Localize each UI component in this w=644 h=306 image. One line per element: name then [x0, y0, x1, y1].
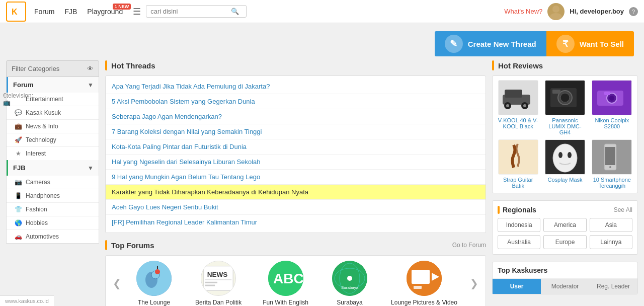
svg-rect-41	[604, 92, 610, 95]
thread-item[interactable]: Seberapa Jago Agan Mendengarkan?	[106, 109, 486, 124]
regional-europe[interactable]: Europe	[543, 235, 586, 249]
forum-label: Lounge Pictures & Video	[391, 299, 457, 306]
carousel-next-button[interactable]: ❯	[468, 277, 480, 289]
review-image-phone	[592, 139, 632, 175]
hot-reviews-title: Hot Reviews	[498, 61, 543, 70]
thread-item[interactable]: Hal yang Ngeselin dari Selesainya Libura…	[106, 155, 486, 170]
whats-new-link[interactable]: What's New?	[504, 8, 542, 15]
thread-item[interactable]: Aceh Gayo Lues Negeri Seribu Bukit	[106, 200, 486, 215]
forum-items: The Lounge NEWS Berita Da	[123, 261, 468, 306]
phone-icon: 📱	[15, 192, 22, 199]
filter-label: Filter Categories	[12, 65, 59, 72]
svg-point-50	[609, 166, 611, 168]
thread-item[interactable]: [FR] Pemilihan Regional Leader Kalimanta…	[106, 215, 486, 230]
forum-item-fun-english[interactable]: ABC Fun With English	[263, 261, 308, 306]
svg-rect-12	[205, 282, 217, 283]
new-badge: 1 NEW	[113, 4, 131, 10]
forum-icon-lounge	[136, 261, 172, 296]
forum-label: Surabaya	[337, 299, 362, 306]
forum-item-surabaya[interactable]: Surabaya Surabaya	[330, 261, 370, 306]
review-label: V-KOOL 40 & V-KOOL Black	[497, 117, 539, 129]
hot-threads-title: Hot Threads	[111, 61, 155, 70]
review-item-lumix[interactable]: Panasonic LUMIX DMC-GH4	[543, 80, 586, 135]
sidebar-item-automotives[interactable]: 🚗 Automotives	[7, 230, 99, 243]
carousel-prev-button[interactable]: ❮	[111, 277, 123, 289]
forum-icon-news: NEWS	[201, 261, 236, 296]
footer-bar: www.kaskus.co.id	[0, 295, 54, 306]
review-label: Panasonic LUMIX DMC-GH4	[543, 117, 586, 135]
tab-moderator[interactable]: Moderator	[541, 279, 589, 294]
sidebar-item-entertainment[interactable]: €television;📺 Entertainment	[7, 93, 99, 106]
tab-reg-leader[interactable]: Reg. Leader	[589, 279, 637, 294]
forum-icon-video	[407, 261, 442, 296]
tab-user[interactable]: User	[493, 279, 541, 294]
filter-icon: 👁	[87, 65, 94, 72]
review-item-nikon[interactable]: Nikon Coolpix S2800	[591, 80, 633, 135]
forum-item-video[interactable]: Lounge Pictures & Video	[391, 261, 457, 306]
thread-item[interactable]: Kota-Kota Paling Pintar dan Futuristik d…	[106, 139, 486, 155]
regional-america[interactable]: America	[543, 218, 586, 232]
avatar[interactable]	[547, 3, 565, 20]
regionals-title: Regionals	[503, 206, 536, 214]
sidebar-category-forum[interactable]: Forum ▼	[7, 77, 99, 93]
sidebar-category-fjb[interactable]: FJB ▼	[7, 160, 99, 176]
svg-point-6	[155, 269, 160, 274]
thread-item[interactable]: 9 Hal yang Mungkin Agan Belum Tau Tentan…	[106, 170, 486, 185]
rocket-icon: 🚀	[15, 136, 22, 143]
nav-fjb[interactable]: FJB	[64, 8, 77, 16]
search-input[interactable]	[150, 8, 231, 15]
sidebar-item-handphones[interactable]: 📱 Handphones	[7, 189, 99, 202]
thread-item[interactable]: 7 Barang Koleksi dengan Nilai yang Semak…	[106, 124, 486, 139]
forum-label: Fun With English	[263, 299, 308, 306]
create-thread-button[interactable]: ✎ Create New Thread	[435, 31, 546, 56]
forum-item-lounge[interactable]: The Lounge	[134, 261, 174, 306]
section-bar-reviews	[492, 60, 494, 70]
sidebar-item-cameras[interactable]: 📷 Cameras	[7, 176, 99, 189]
search-icon[interactable]: 🔍	[231, 8, 239, 15]
car-icon: 🚗	[15, 233, 22, 240]
see-all-link[interactable]: See All	[614, 206, 632, 213]
svg-point-35	[560, 93, 570, 102]
sidebar-item-fashion[interactable]: 👕 Fashion	[7, 202, 99, 216]
thread-item[interactable]: 5 Aksi Pembobolan Sistem yang Gegerkan D…	[106, 94, 486, 109]
sidebar-item-interest[interactable]: ★ Interest	[7, 146, 99, 160]
regional-asia[interactable]: Asia	[590, 218, 632, 232]
help-icon[interactable]: ?	[629, 7, 638, 16]
go-to-forum-link[interactable]: Go to Forum	[452, 242, 486, 249]
svg-point-46	[568, 152, 572, 158]
review-item-car[interactable]: V-KOOL 40 & V-KOOL Black	[497, 80, 539, 135]
top-kaskusers: Top Kaskusers User Moderator Reg. Leader	[492, 262, 638, 294]
regionals-section: Regionals See All Indonesia America Asia…	[492, 200, 638, 255]
svg-point-19	[347, 276, 352, 281]
svg-point-45	[558, 152, 562, 158]
sidebar-item-news-info[interactable]: 💼 News & Info	[7, 119, 99, 133]
regional-australia[interactable]: Australia	[498, 235, 540, 249]
kaskusers-tabs: User Moderator Reg. Leader	[493, 279, 637, 294]
review-item-phone[interactable]: 10 Smartphone Tercanggih	[591, 139, 633, 189]
regional-indonesia[interactable]: Indonesia	[498, 218, 540, 232]
review-item-strap[interactable]: Strap Guitar Batik	[497, 139, 539, 189]
top-forums-title: Top Forums	[111, 241, 154, 250]
sidebar-item-hobbies[interactable]: 🌎 Hobbies	[7, 216, 99, 230]
nav-forum[interactable]: Forum	[34, 8, 54, 16]
thread-item-highlighted[interactable]: Karakter yang Tidak Diharapkan Keberadaa…	[106, 185, 486, 200]
want-to-sell-button[interactable]: ₹ Want To Sell	[546, 31, 634, 56]
kaskusers-title: Top Kaskusers	[493, 262, 637, 279]
sidebar-item-technology[interactable]: 🚀 Technology	[7, 133, 99, 146]
logo[interactable]: K	[6, 2, 26, 22]
hamburger-icon[interactable]: ☰	[133, 6, 141, 17]
main-content: Filter Categories 👁 Forum ▼ €television;…	[0, 60, 644, 306]
svg-rect-49	[605, 147, 615, 165]
forum-item-berita[interactable]: NEWS Berita Dan Politik	[195, 261, 242, 306]
svg-point-1	[552, 6, 559, 13]
regional-lainnya[interactable]: Lainnya	[590, 235, 632, 249]
review-item-mask[interactable]: Cosplay Mask	[543, 139, 586, 189]
svg-point-2	[550, 13, 562, 20]
hot-threads-header: Hot Threads	[105, 60, 486, 70]
nav-playground[interactable]: Playground 1 NEW	[87, 8, 123, 16]
star-icon: ★	[15, 150, 22, 157]
thread-item[interactable]: Apa Yang Terjadi Jika Tidak Ada Pemulung…	[106, 79, 486, 94]
sidebar-item-kasak-kusuk[interactable]: 💬 Kasak Kusuk	[7, 106, 99, 119]
svg-rect-27	[505, 90, 522, 98]
forum-label: Berita Dan Politik	[195, 299, 242, 306]
